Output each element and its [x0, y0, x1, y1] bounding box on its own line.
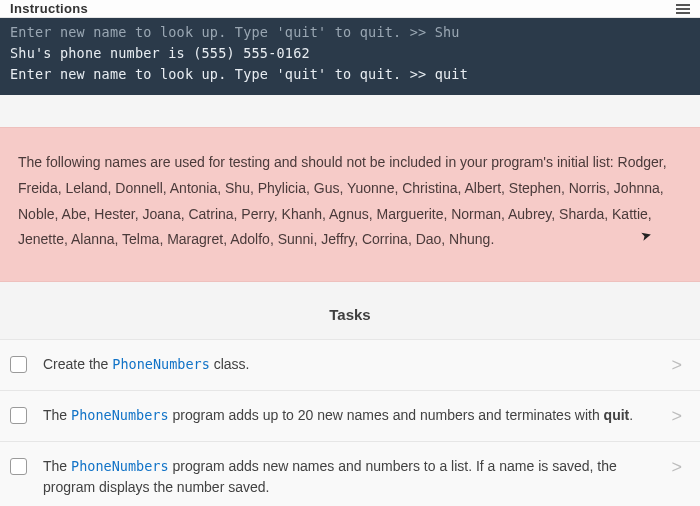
task-code: PhoneNumbers — [71, 407, 169, 423]
header-title: Instructions — [10, 1, 88, 16]
task-text-part: class. — [210, 356, 250, 372]
task-text-part: The — [43, 407, 71, 423]
chevron-right-icon[interactable]: > — [671, 356, 682, 374]
task-text: The PhoneNumbers program adds up to 20 n… — [43, 405, 655, 427]
task-checkbox[interactable] — [10, 407, 27, 424]
task-text-part: The — [43, 458, 71, 474]
task-checkbox[interactable] — [10, 356, 27, 373]
task-checkbox[interactable] — [10, 458, 27, 475]
task-text-part: . — [629, 407, 633, 423]
chevron-right-icon[interactable]: > — [671, 407, 682, 425]
task-bold: quit — [604, 407, 630, 423]
task-row[interactable]: The PhoneNumbers program adds new names … — [0, 441, 700, 506]
task-row[interactable]: Create the PhoneNumbers class. > — [0, 339, 700, 390]
task-list: Create the PhoneNumbers class. > The Pho… — [0, 339, 700, 506]
task-text-part: program adds up to 20 new names and numb… — [169, 407, 604, 423]
task-text-part: Create the — [43, 356, 112, 372]
tasks-heading: Tasks — [0, 282, 700, 339]
task-row[interactable]: The PhoneNumbers program adds up to 20 n… — [0, 390, 700, 441]
terminal-line-2: Shu's phone number is (555) 555-0162 — [10, 43, 690, 64]
terminal-line-3: Enter new name to look up. Type 'quit' t… — [10, 64, 690, 85]
task-code: PhoneNumbers — [112, 356, 210, 372]
terminal-line-1: Enter new name to look up. Type 'quit' t… — [10, 22, 690, 43]
note-lead-text: The following names are used for testing… — [18, 154, 614, 170]
task-text: Create the PhoneNumbers class. — [43, 354, 655, 376]
hamburger-icon[interactable] — [676, 4, 690, 14]
task-code: PhoneNumbers — [71, 458, 169, 474]
chevron-right-icon[interactable]: > — [671, 458, 682, 476]
testing-names-note: The following names are used for testing… — [0, 127, 700, 283]
terminal-output: Enter new name to look up. Type 'quit' t… — [0, 18, 700, 95]
task-text: The PhoneNumbers program adds new names … — [43, 456, 655, 499]
top-header-strip: Instructions — [0, 0, 700, 18]
